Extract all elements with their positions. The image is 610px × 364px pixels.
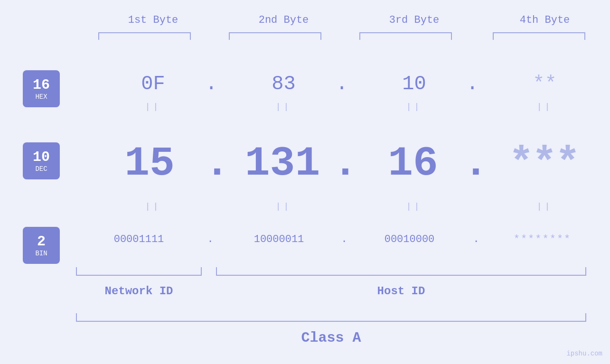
hex-dot-1: . [199,73,223,95]
eq-dec-2: || [242,202,325,211]
dec-val-4: *** [489,140,598,187]
dec-dot-1: . [204,140,230,187]
bottom-bracket-network [76,267,202,276]
watermark: ipshu.com [566,350,602,357]
dec-badge: 10 DEC [23,142,60,179]
bin-val-4: ******** [479,233,605,245]
hex-val-2: 83 [242,73,325,95]
eq-dec-1: || [112,202,195,211]
top-bracket-3 [359,32,452,40]
bin-badge-label: BIN [35,250,47,257]
eq-hex-3: || [373,102,456,112]
header-byte3: 3rd Byte [373,14,456,26]
bottom-bracket-host [216,267,586,276]
dec-badge-number: 10 [33,149,50,165]
dec-val-2: 131 [228,140,337,187]
eq-dec-3: || [373,202,456,211]
top-bracket-4 [493,32,585,40]
bin-badge: 2 BIN [23,227,60,264]
top-bracket-1 [98,32,191,40]
dec-badge-label: DEC [35,165,47,173]
hex-val-4: ** [503,73,586,95]
host-id-label: Host ID [216,285,586,298]
dec-dot-3: . [463,140,489,187]
eq-dec-4: || [503,202,586,211]
hex-dot-2: . [330,73,354,95]
header-byte2: 2nd Byte [242,14,325,26]
eq-hex-1: || [112,102,195,112]
eq-hex-2: || [242,102,325,112]
bin-val-1: 00001111 [76,233,202,245]
bin-val-2: 10000011 [216,233,342,245]
dec-dot-2: . [332,140,358,187]
network-id-label: Network ID [76,285,202,298]
eq-hex-4: || [503,102,586,112]
hex-val-3: 10 [373,73,456,95]
hex-badge-number: 16 [33,77,50,93]
hex-dot-3: . [460,73,484,95]
hex-badge: 16 HEX [23,70,60,107]
dec-val-3: 16 [358,140,468,187]
hex-val-1: 0F [112,73,195,95]
dec-val-1: 15 [95,140,204,187]
bin-badge-number: 2 [37,234,46,250]
class-label: Class A [76,330,586,346]
header-byte1: 1st Byte [112,14,195,26]
bottom-bracket-class [76,313,586,322]
header-byte4: 4th Byte [503,14,586,26]
top-bracket-2 [229,32,321,40]
bin-val-3: 00010000 [347,233,472,245]
main-container: 1st Byte 2nd Byte 3rd Byte 4th Byte 16 H… [0,0,610,364]
hex-badge-label: HEX [35,93,47,101]
